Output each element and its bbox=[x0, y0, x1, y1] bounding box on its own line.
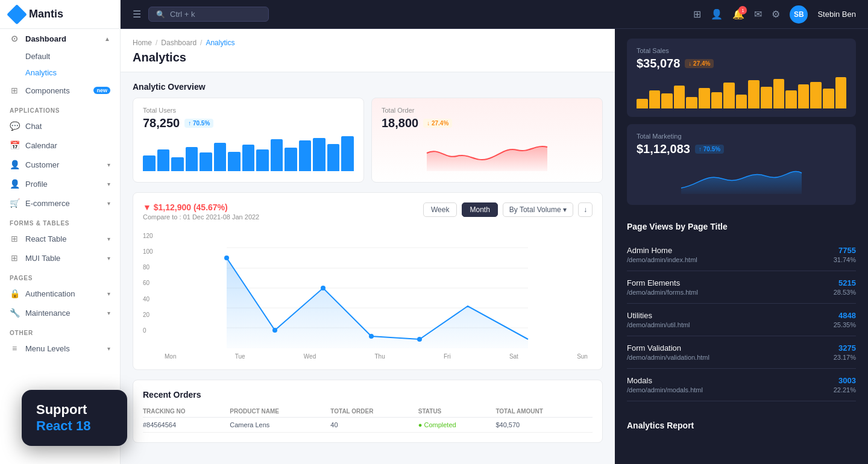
support-bubble-text: Support React 18 bbox=[36, 402, 113, 434]
applications-section: Applications bbox=[0, 100, 120, 116]
dark-stat-label: Total Sales bbox=[637, 47, 846, 54]
pv-left: Utilities /demo/admin/util.html bbox=[627, 311, 690, 328]
bar bbox=[785, 90, 797, 108]
bar bbox=[313, 138, 326, 171]
sidebar-item-label: E-commerce bbox=[25, 199, 70, 208]
y-axis: 120 100 80 60 40 20 0 bbox=[143, 228, 153, 339]
volume-select[interactable]: By Total Volume ▾ bbox=[503, 202, 573, 217]
dark-stat-number: $1,12,083 bbox=[637, 142, 690, 156]
logo-icon bbox=[7, 4, 27, 25]
user-switch-icon[interactable]: 👤 bbox=[711, 8, 723, 20]
sidebar-item-default[interactable]: Default bbox=[25, 48, 120, 64]
orders-area-chart bbox=[382, 135, 593, 171]
bar bbox=[649, 90, 661, 108]
search-box[interactable]: 🔍 bbox=[148, 7, 269, 22]
analytic-overview-title: Analytic Overview bbox=[121, 72, 615, 98]
bar bbox=[736, 95, 747, 108]
svg-point-9 bbox=[417, 337, 422, 342]
marketing-area-chart bbox=[637, 161, 846, 194]
bar bbox=[823, 89, 834, 108]
pv-url: /demo/admin/validation.html bbox=[627, 354, 709, 361]
sidebar-item-menu-levels[interactable]: ≡ Menu Levels ▾ bbox=[0, 339, 120, 358]
income-stat: ▼ $1,12,900 (45.67%) bbox=[143, 202, 259, 212]
sidebar-item-mui-table[interactable]: ⊞ MUI Table ▾ bbox=[0, 248, 120, 268]
page-view-item: Form Validation /demo/admin/validation.h… bbox=[627, 336, 856, 369]
income-chart-container: 120 100 80 60 40 20 0 bbox=[143, 228, 593, 351]
svg-point-7 bbox=[321, 286, 326, 290]
bar bbox=[341, 136, 354, 172]
bar bbox=[699, 88, 710, 108]
breadcrumb-current: Analytics bbox=[206, 39, 234, 47]
sidebar-item-chat[interactable]: 💬 Chat bbox=[0, 116, 120, 136]
bar bbox=[143, 155, 156, 171]
bar bbox=[285, 148, 297, 171]
income-header: ▼ $1,12,900 (45.67%) Compare to : 01 Dec… bbox=[143, 202, 593, 221]
sidebar-item-calendar[interactable]: 📅 Calendar bbox=[0, 136, 120, 155]
avatar[interactable]: SB bbox=[790, 5, 808, 24]
sidebar-item-react-table[interactable]: ⊞ React Table ▾ bbox=[0, 229, 120, 248]
dark-stat-value: $1,12,083 ↑ 70.5% bbox=[637, 142, 846, 156]
sidebar-item-ecommerce[interactable]: 🛒 E-commerce ▾ bbox=[0, 193, 120, 213]
sidebar-item-label: Authentication bbox=[25, 289, 75, 298]
stat-card-users: Total Users 78,250 ↑ 70.5% bbox=[133, 98, 364, 183]
sidebar-item-profile[interactable]: 👤 Profile ▾ bbox=[0, 174, 120, 193]
bar bbox=[835, 77, 847, 108]
menu-toggle-icon[interactable]: ☰ bbox=[133, 8, 141, 20]
sidebar-item-components[interactable]: ⊞ Components new bbox=[0, 81, 120, 100]
recent-orders-title: Recent Orders bbox=[143, 390, 593, 400]
sidebar-item-label: Profile bbox=[25, 180, 48, 189]
bar bbox=[674, 86, 685, 109]
bar bbox=[327, 144, 340, 172]
breadcrumb-sep: / bbox=[156, 39, 157, 47]
pv-pct: 31.74% bbox=[834, 256, 856, 263]
sidebar-item-dashboard[interactable]: ⊙ Dashboard ▲ bbox=[0, 29, 120, 48]
dark-stat-card-sales: Total Sales $35,078 ↓ 27.4% bbox=[627, 39, 856, 117]
pv-count: 3003 bbox=[834, 376, 856, 385]
support-bubble[interactable]: Support React 18 bbox=[22, 390, 127, 446]
pv-url: /demo/admin/forms.html bbox=[627, 289, 698, 296]
settings-icon[interactable]: ⚙ bbox=[772, 8, 780, 20]
pv-count: 4848 bbox=[834, 311, 856, 320]
bar bbox=[748, 80, 760, 108]
pv-pct: 28.53% bbox=[834, 289, 856, 296]
stat-cards: Total Users 78,250 ↑ 70.5% Total Order 1… bbox=[121, 98, 615, 192]
svg-point-6 bbox=[272, 328, 277, 333]
pv-count: 3275 bbox=[834, 343, 856, 353]
dashboard-icon: ⊙ bbox=[10, 34, 19, 43]
bar bbox=[761, 87, 772, 108]
bar bbox=[256, 149, 269, 171]
sidebar-item-customer[interactable]: 👤 Customer ▾ bbox=[0, 155, 120, 174]
week-tab[interactable]: Week bbox=[423, 202, 457, 217]
pv-pct: 25.35% bbox=[834, 321, 856, 328]
content-dark: Total Sales $35,078 ↓ 27.4% Total Market… bbox=[615, 29, 868, 464]
pv-pct: 23.17% bbox=[834, 354, 856, 361]
month-tab[interactable]: Month bbox=[462, 202, 497, 217]
sidebar-item-label: Menu Levels bbox=[25, 344, 70, 353]
breadcrumb: Home / Dashboard / Analytics bbox=[133, 39, 603, 47]
sidebar-item-authentication[interactable]: 🔒 Authentication ▾ bbox=[0, 284, 120, 303]
support-line2: React 18 bbox=[36, 418, 91, 433]
sidebar-item-analytics[interactable]: Analytics bbox=[25, 64, 120, 81]
search-input[interactable] bbox=[170, 10, 261, 19]
income-stat-value: ▼ $1,12,900 (45.67%) bbox=[143, 202, 228, 212]
bar bbox=[299, 140, 312, 171]
stat-number: 78,250 bbox=[143, 116, 180, 130]
sidebar-logo: Mantis bbox=[0, 0, 120, 29]
grid-icon[interactable]: ⊞ bbox=[693, 8, 701, 20]
mail-icon[interactable]: ✉ bbox=[754, 8, 762, 20]
pages-section: Pages bbox=[0, 268, 120, 284]
notification-icon[interactable]: 🔔 1 bbox=[732, 8, 744, 20]
sidebar-item-maintenance[interactable]: 🔧 Maintenance ▾ bbox=[0, 303, 120, 322]
chevron-down-icon: ▾ bbox=[107, 345, 110, 352]
download-btn[interactable]: ↓ bbox=[578, 202, 593, 217]
stat-card-orders: Total Order 18,800 ↓ 27.4% bbox=[371, 98, 603, 183]
breadcrumb-home[interactable]: Home bbox=[133, 39, 152, 47]
page-view-item: Form Elements /demo/admin/forms.html 521… bbox=[627, 271, 856, 304]
pv-left: Admin Home /demo/admin/index.html bbox=[627, 246, 697, 263]
other-section: Other bbox=[0, 322, 120, 339]
sidebar-item-label: Dashboard bbox=[25, 34, 66, 43]
stat-number: 18,800 bbox=[382, 116, 418, 130]
chevron-down-icon: ▾ bbox=[107, 255, 110, 262]
recent-orders: Recent Orders Tracking No Product Name T… bbox=[133, 380, 603, 443]
breadcrumb-dashboard[interactable]: Dashboard bbox=[161, 39, 197, 47]
